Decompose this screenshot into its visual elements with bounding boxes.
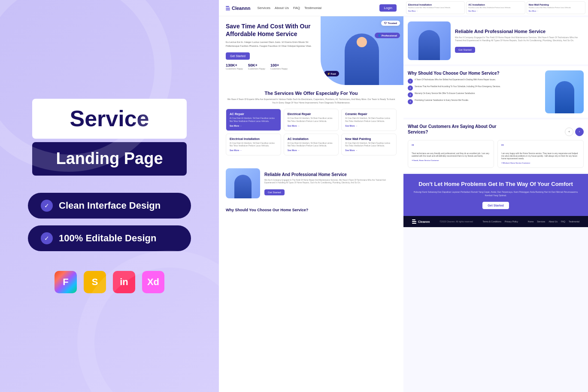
services-title: The Services We Offer Especially For You xyxy=(226,90,397,96)
cta-button[interactable]: Get Started xyxy=(482,202,509,209)
see-more-ac-repair[interactable]: See More → xyxy=(230,125,277,127)
tc-title-3: New Wall Painting xyxy=(529,3,583,6)
footer-brand-icon xyxy=(412,219,416,224)
hero-person-image xyxy=(345,33,379,85)
see-more-wall-painting[interactable]: See More → xyxy=(345,149,393,152)
why-item-2: 2 Services That Are Flexible And Accordi… xyxy=(408,85,542,91)
xd-icon: Xd xyxy=(142,271,164,293)
why-num-4: 4 xyxy=(408,99,413,104)
stat-2: 50K+ Customers Happy xyxy=(248,63,265,70)
login-button[interactable]: Login xyxy=(379,4,397,12)
testimonial-prev-button[interactable]: ‹ xyxy=(565,128,573,136)
footer-nav-faq[interactable]: FAQ xyxy=(561,220,565,223)
stat-1: 130K+ Customers Happy xyxy=(226,63,243,70)
badge-trusted: 🛡 Trusted xyxy=(381,21,400,26)
navbar-brand: Cleannn xyxy=(226,6,250,11)
card-text-ac-repair: At Cras Diam Et Interdum, Sit Diam Fauci… xyxy=(230,117,277,123)
reliable-section: Reliable And Professional Home Service W… xyxy=(219,163,403,204)
feature-label-1: Clean Interface Design xyxy=(59,200,161,211)
nav-testimonial[interactable]: Testimonial xyxy=(304,6,321,10)
nav-faq[interactable]: FAQ xyxy=(293,6,300,10)
testimonial-next-button[interactable]: › xyxy=(575,128,584,136)
reliable-image xyxy=(226,168,260,198)
tc-text-1: Faucibus Luctus Nisi Tellus Vestibulum P… xyxy=(408,7,463,9)
service-card-ac-install: AC Installation At Cras Diam Et Interdum… xyxy=(284,134,339,156)
services-description: We Have A Team Of Experts Who Are Experi… xyxy=(226,98,397,104)
right-reliable-title: Reliable And Professional Home Service xyxy=(455,28,584,34)
why-title-left: Why Should You Choose Our Home Service? xyxy=(226,208,397,212)
service-card-electrical-repair: Electrical Repair At Cras Diam Et Interd… xyxy=(284,109,339,131)
why-text-3: Warranty On Every Service We Offer To En… xyxy=(415,92,475,95)
nav-about[interactable]: About Us xyxy=(275,6,289,10)
footer-brand-line-3 xyxy=(412,223,416,224)
testimonial-text-2: I am very happy with the Home Service se… xyxy=(501,152,580,161)
service-box: Service xyxy=(32,99,187,139)
reliable-content: Reliable And Professional Home Service W… xyxy=(264,172,397,195)
why-item-1: 1 A Team Of Technicians Who Are Skilled … xyxy=(408,79,542,84)
service-card-ac-repair: AC Repair At Cras Diam Et Interdum, Sit … xyxy=(226,109,281,131)
tc-title-1: Electrical Installation xyxy=(408,3,463,6)
footer-nav-about[interactable]: About Us xyxy=(549,220,558,223)
brand-line-3 xyxy=(226,9,230,10)
footer-nav-services[interactable]: Services xyxy=(537,220,545,223)
stat-2-number: 50K+ xyxy=(248,63,265,67)
service-card-wall-painting: New Wall Painting At Cras Diam Et Interd… xyxy=(341,134,397,156)
nav-services[interactable]: Services xyxy=(257,6,270,10)
tc-link-1[interactable]: See More → xyxy=(408,10,463,12)
testimonial-card-1: " Their technicians are very friendly an… xyxy=(408,140,494,168)
testimonial-card-2: " I am very happy with the Home Service … xyxy=(497,140,584,168)
hero-image-area: 🛡 Trusted 👤 Professional ⚡ Fast xyxy=(321,16,404,85)
footer-terms[interactable]: Terms & Conditions xyxy=(483,220,501,223)
badge-professional: 👤 Professional xyxy=(375,33,400,38)
reliable-person xyxy=(234,175,252,198)
top-card-ac-install: AC Installation Faucibus Luctus Nisi Tel… xyxy=(466,1,525,14)
card-title-electrical-install: Electrical Installation xyxy=(230,137,277,140)
reliable-cta-button[interactable]: Get Started xyxy=(264,189,285,195)
see-more-electrical-repair[interactable]: See More → xyxy=(288,125,335,127)
footer-brand-line-2 xyxy=(412,221,416,222)
stat-3-label: Customers Happy xyxy=(270,67,288,70)
hero-cta-button[interactable]: Get Started xyxy=(226,52,250,60)
card-text-ceramic-repair: At Cras Diam Et Interdum, Sit Diam Fauci… xyxy=(345,117,393,123)
quote-mark-1: " xyxy=(412,144,490,151)
right-panel: Cleannn Services About Us FAQ Testimonia… xyxy=(219,0,588,392)
tc-link-3[interactable]: See More → xyxy=(529,10,583,12)
left-panel: Service Landing Page ✓ Clean Interface D… xyxy=(0,0,219,392)
testimonials-title: What Our Customers Are Saying About Our … xyxy=(408,124,513,135)
hero-content: Save Time And Cost With Our Affordable H… xyxy=(219,16,326,85)
card-title-wall-painting: New Wall Painting xyxy=(345,137,393,140)
service-card-ceramic-repair: Ceramic Repair At Cras Diam Et Interdum,… xyxy=(341,109,397,131)
hero-description: Eu Lectus Est In. Integer Luctus Laoreet… xyxy=(226,40,319,48)
see-more-ceramic-repair[interactable]: See More → xyxy=(345,125,393,127)
footer-nav-testimonial[interactable]: Testimonial xyxy=(569,220,579,223)
see-more-electrical-install[interactable]: See More → xyxy=(230,149,277,152)
testimonial-text-1: Their technicians are very friendly and … xyxy=(412,152,490,158)
footer-brand: Cleannn xyxy=(412,219,430,224)
tc-link-2[interactable]: See More → xyxy=(468,10,523,12)
card-title-ac-repair: AC Repair xyxy=(230,112,277,115)
stat-2-label: Customers Happy xyxy=(248,67,265,70)
mockup-left: Cleannn Services About Us FAQ Testimonia… xyxy=(219,0,403,392)
stat-3-number: 100+ xyxy=(270,63,288,67)
footer-privacy[interactable]: Privacy Policy xyxy=(505,220,518,223)
why-text-4: Prioritizing Customer Satisfaction In Ev… xyxy=(415,99,469,102)
footer-nav-home[interactable]: Home xyxy=(528,220,533,223)
right-reliable-content: Reliable And Professional Home Service W… xyxy=(455,28,584,53)
why-num-1: 1 xyxy=(408,79,413,84)
see-more-ac-install[interactable]: See More → xyxy=(288,149,335,152)
right-reliable-person xyxy=(418,30,440,60)
right-why-image xyxy=(545,70,584,113)
landing-title: Landing Page xyxy=(48,150,171,168)
right-reliable-cta[interactable]: Get Started xyxy=(455,47,475,53)
why-num-3: 3 xyxy=(408,92,413,97)
card-text-wall-painting: At Cras Diam Et Interdum, Sit Diam Fauci… xyxy=(345,142,393,148)
footer-links: Terms & Conditions Privacy Policy xyxy=(483,220,518,223)
testimonial-nav: ‹ › xyxy=(565,128,584,136)
card-text-electrical-repair: At Cras Diam Et Interdum, Sit Diam Fauci… xyxy=(288,117,335,123)
service-card-electrical-install: Electrical Installation At Cras Diam Et … xyxy=(226,134,281,156)
feature-pill-2: ✓ 100% Editable Design xyxy=(28,225,191,251)
reliable-description: We Are A Company Engaged In The Field Of… xyxy=(264,179,397,185)
testimonial-author-1: ✦ Sarah, Home Service Customer xyxy=(412,159,490,161)
cta-banner: Don't Let Home Problems Get In The Way O… xyxy=(403,174,588,216)
card-text-ac-install: At Cras Diam Et Interdum, Sit Diam Fauci… xyxy=(288,142,335,148)
